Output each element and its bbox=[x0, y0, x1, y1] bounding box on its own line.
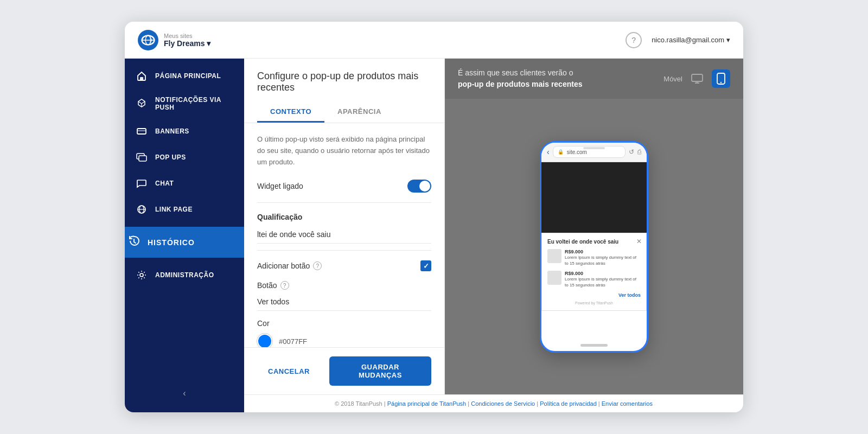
color-hex-value: #0077FF bbox=[279, 337, 307, 346]
config-description: O último pop-up visto será exibido na pá… bbox=[257, 134, 431, 168]
cor-label: Cor bbox=[257, 319, 270, 328]
sidebar-item-popups[interactable]: POP UPS bbox=[125, 144, 244, 170]
sidebar-item-banners[interactable]: BANNERS bbox=[125, 118, 244, 144]
config-title: Configure o pop-up de produtos mais rece… bbox=[257, 71, 431, 93]
banners-icon bbox=[136, 125, 148, 137]
footer-link-condiciones[interactable]: Condiciones de Servicio bbox=[471, 400, 535, 407]
popups-icon bbox=[136, 151, 148, 163]
adicionar-botao-label: Adicionar botão bbox=[257, 261, 310, 270]
svg-line-7 bbox=[142, 101, 145, 104]
cancel-button[interactable]: CANCELAR bbox=[257, 362, 321, 381]
main-layout: PÁGINA PRINCIPAL NOTIFICAÇÕES VIA PUSH bbox=[125, 59, 743, 412]
config-panel: Configure o pop-up de produtos mais rece… bbox=[244, 59, 445, 394]
sidebar-item-administracao[interactable]: ADMINISTRAÇÃO bbox=[125, 262, 244, 288]
sidebar: PÁGINA PRINCIPAL NOTIFICAÇÕES VIA PUSH bbox=[125, 59, 244, 412]
config-header: Configure o pop-up de produtos mais rece… bbox=[244, 59, 444, 123]
site-dropdown-icon[interactable] bbox=[207, 39, 210, 48]
device-toggle: Móvel bbox=[663, 69, 730, 88]
phone-home-indicator bbox=[580, 344, 608, 347]
sidebar-nav: PÁGINA PRINCIPAL NOTIFICAÇÕES VIA PUSH bbox=[125, 59, 244, 378]
chat-icon bbox=[136, 177, 148, 189]
adicionar-botao-help-icon[interactable]: ? bbox=[313, 261, 322, 270]
popup-close-icon: ✕ bbox=[636, 238, 642, 245]
qualificacao-label: Qualificação bbox=[257, 213, 431, 221]
user-dropdown-icon: ▾ bbox=[726, 36, 730, 44]
color-picker[interactable] bbox=[257, 334, 272, 347]
content-main: Configure o pop-up de produtos mais rece… bbox=[244, 59, 743, 394]
meus-sites-label: Meus sites bbox=[164, 33, 210, 39]
config-body: O último pop-up visto será exibido na pá… bbox=[244, 123, 444, 347]
sidebar-item-historico[interactable]: HISTÓRICO bbox=[125, 227, 244, 258]
qualificacao-value[interactable]: ltei de onde você saiu bbox=[257, 226, 431, 244]
botao-label: Botão bbox=[257, 281, 277, 290]
help-button[interactable]: ? bbox=[626, 32, 642, 48]
sidebar-label-banners: BANNERS bbox=[155, 127, 189, 135]
popup-item-2: R$9.000 Lorem Ipsum is simply dummy text… bbox=[547, 271, 641, 288]
qualificacao-section: Qualificação ltei de onde você saiu bbox=[257, 213, 431, 244]
popup-product-image-2 bbox=[547, 271, 561, 285]
config-tabs: CONTEXTO APARÊNCIA bbox=[257, 102, 431, 123]
divider-1 bbox=[257, 202, 431, 203]
sidebar-label-linkpage: LINK PAGE bbox=[155, 206, 193, 213]
phone-reload-icon: ↺ bbox=[629, 148, 634, 156]
footer-link-pagina-principal[interactable]: Página principal de TitanPush bbox=[387, 400, 467, 407]
phone-browser-bar: ‹ 🔒 site.com ↺ ⎙ bbox=[541, 143, 647, 162]
botao-label-group: Botão ? bbox=[257, 281, 431, 290]
sidebar-label-notificacoes: NOTIFICAÇÕES VIA PUSH bbox=[155, 96, 233, 111]
sidebar-item-chat[interactable]: CHAT bbox=[125, 170, 244, 196]
footer-link-privacidad[interactable]: Política de privacidad bbox=[540, 400, 597, 407]
sidebar-item-notificacoes[interactable]: NOTIFICAÇÕES VIA PUSH bbox=[125, 89, 244, 118]
svg-rect-17 bbox=[692, 74, 703, 81]
device-label: Móvel bbox=[663, 75, 682, 83]
logo-icon bbox=[138, 30, 158, 50]
tab-contexto[interactable]: CONTEXTO bbox=[257, 102, 324, 123]
desktop-device-button[interactable] bbox=[688, 69, 706, 88]
top-bar-right: ? nico.rasilla@gmail.com ▾ bbox=[626, 32, 730, 48]
phone-share-icon: ⎙ bbox=[637, 148, 641, 156]
popup-ver-todos[interactable]: Ver todos bbox=[547, 292, 641, 298]
footer-link-comentarios[interactable]: Enviar comentarios bbox=[602, 400, 653, 407]
adicionar-botao-label-group: Adicionar botão ? bbox=[257, 261, 322, 270]
phone-speaker bbox=[583, 147, 605, 149]
historico-label: HISTÓRICO bbox=[148, 238, 195, 247]
popup-text-2: Lorem Ipsum is simply dummy text of to 1… bbox=[565, 276, 641, 288]
color-row: #0077FF bbox=[257, 334, 431, 347]
site-name[interactable]: Fly Dreams bbox=[164, 39, 210, 48]
popup-title: Eu voltei de onde você saiu bbox=[547, 239, 641, 245]
logo-text: Meus sites Fly Dreams bbox=[164, 33, 210, 48]
popup-product-image-1 bbox=[547, 249, 561, 263]
content-area: Configure o pop-up de produtos mais rece… bbox=[244, 59, 743, 412]
logo-area: Meus sites Fly Dreams bbox=[138, 30, 210, 50]
sidebar-bottom: ‹ bbox=[125, 378, 244, 412]
save-button[interactable]: GUARDAR MUDANÇAS bbox=[329, 356, 431, 386]
user-email[interactable]: nico.rasilla@gmail.com ▾ bbox=[652, 36, 730, 44]
botao-input[interactable] bbox=[257, 293, 431, 311]
phone-content-dark bbox=[541, 162, 647, 233]
mobile-device-button[interactable] bbox=[712, 69, 730, 88]
sidebar-item-linkpage[interactable]: LINK PAGE bbox=[125, 196, 244, 222]
popup-footer: Powered by TitanPush bbox=[547, 301, 641, 305]
preview-header: É assim que seus clientes verão o pop-up… bbox=[445, 59, 743, 99]
widget-toggle[interactable] bbox=[407, 180, 431, 193]
widget-label: Widget ligado bbox=[257, 182, 303, 190]
phone-popup: ✕ Eu voltei de onde você saiu R$9.000 Lo… bbox=[541, 233, 647, 311]
divider-2 bbox=[257, 250, 431, 251]
sidebar-label-pagina-principal: PÁGINA PRINCIPAL bbox=[155, 72, 221, 80]
lock-icon: 🔒 bbox=[558, 149, 564, 155]
sidebar-label-popups: POP UPS bbox=[155, 154, 186, 161]
preview-title: É assim que seus clientes verão o pop-up… bbox=[458, 67, 582, 90]
notifications-icon bbox=[136, 98, 148, 110]
top-bar: Meus sites Fly Dreams ? nico.rasilla@gma… bbox=[125, 22, 743, 59]
tab-aparencia[interactable]: APARÊNCIA bbox=[324, 102, 394, 123]
sidebar-item-pagina-principal[interactable]: PÁGINA PRINCIPAL bbox=[125, 63, 244, 89]
adicionar-botao-row: Adicionar botão ? bbox=[257, 260, 431, 271]
adicionar-botao-checkbox[interactable] bbox=[420, 260, 431, 271]
svg-line-6 bbox=[138, 101, 142, 104]
svg-rect-12 bbox=[139, 156, 146, 161]
sidebar-label-administracao: ADMINISTRAÇÃO bbox=[155, 271, 214, 279]
popup-price-2: R$9.000 bbox=[565, 271, 641, 276]
botao-help-icon[interactable]: ? bbox=[280, 281, 289, 290]
preview-body: ‹ 🔒 site.com ↺ ⎙ bbox=[445, 99, 743, 394]
popup-text-1: Lorem Ipsum is simply dummy text of to 1… bbox=[565, 254, 641, 266]
sidebar-collapse-button[interactable]: ‹ bbox=[125, 384, 244, 403]
